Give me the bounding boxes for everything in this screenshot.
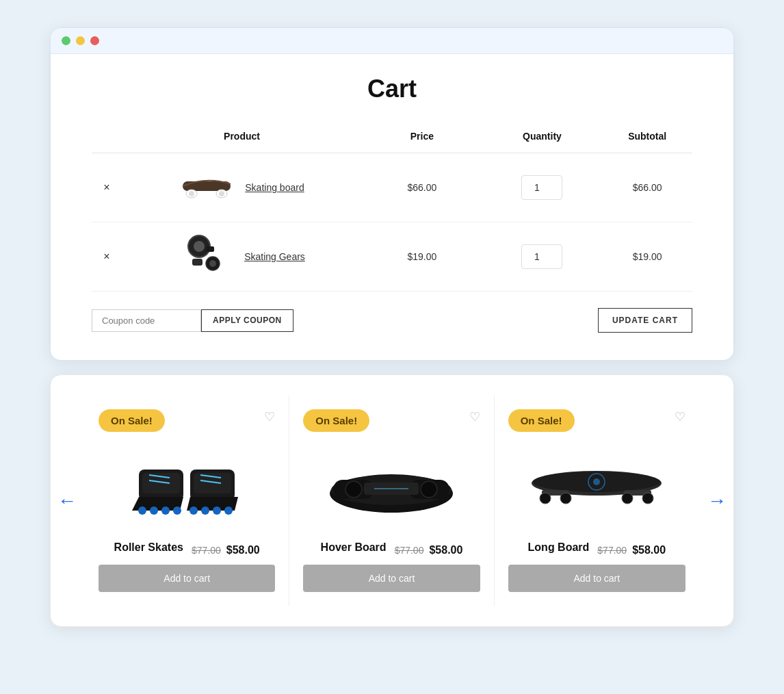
cart-row: × Skating board $66.00 $66.00 (92, 153, 692, 222)
svg-rect-10 (206, 246, 214, 252)
products-grid: On Sale! ♡ (85, 396, 699, 606)
product-card-name: Long Board (528, 541, 590, 554)
svg-point-23 (190, 506, 198, 515)
coupon-input[interactable] (92, 309, 201, 332)
add-to-cart-button[interactable]: Add to cart (99, 565, 275, 592)
wishlist-button[interactable]: ♡ (469, 409, 480, 424)
carousel-next-button[interactable]: → (707, 490, 727, 512)
dot-green (62, 36, 70, 45)
svg-point-2 (189, 191, 194, 196)
dot-red (90, 36, 99, 45)
old-price: $77.00 (192, 545, 221, 556)
wishlist-button[interactable]: ♡ (264, 409, 275, 424)
dot-yellow (76, 36, 85, 45)
remove-item-button[interactable]: × (98, 179, 115, 196)
product-card-image (118, 446, 255, 528)
svg-point-43 (622, 493, 633, 504)
svg-point-41 (540, 493, 551, 504)
product-card: On Sale! ♡ Long Board $77.00 $5 (495, 396, 699, 606)
add-to-cart-button[interactable]: Add to cart (508, 565, 685, 592)
wishlist-button[interactable]: ♡ (675, 409, 685, 424)
svg-point-24 (201, 506, 209, 515)
svg-rect-9 (192, 259, 202, 266)
product-card-image (528, 446, 665, 528)
svg-point-6 (194, 241, 205, 252)
cart-table: Product Price Quantity Subtotal × (92, 124, 692, 292)
product-card-name: Roller Skates (114, 541, 183, 554)
remove-item-button[interactable]: × (98, 248, 115, 266)
new-price: $58.00 (226, 544, 260, 556)
svg-point-16 (150, 506, 158, 515)
svg-point-26 (224, 506, 233, 515)
svg-point-31 (345, 481, 362, 498)
product-card-name: Hover Board (321, 541, 387, 554)
svg-point-18 (173, 506, 181, 515)
col-qty-header: Quantity (482, 124, 603, 153)
product-card-prices: $77.00 $58.00 (192, 544, 260, 556)
old-price: $77.00 (597, 545, 627, 556)
sale-badge: On Sale! (99, 409, 165, 432)
col-product-header: Product (122, 124, 362, 153)
carousel-section: ← → On Sale! ♡ (50, 374, 734, 627)
new-price: $58.00 (632, 544, 666, 556)
old-price: $77.00 (395, 545, 424, 556)
product-card-prices: $77.00 $58.00 (395, 544, 463, 556)
product-subtotal: $66.00 (602, 153, 692, 222)
product-price: $19.00 (362, 222, 482, 292)
carousel-prev-button[interactable]: ← (57, 490, 77, 512)
cart-title: Cart (92, 75, 692, 103)
product-image (179, 236, 233, 277)
quantity-input[interactable] (521, 244, 562, 269)
svg-point-25 (213, 506, 221, 515)
browser-titlebar (51, 28, 733, 54)
cart-actions: APPLY COUPON UPDATE CART (92, 308, 692, 333)
new-price: $58.00 (429, 544, 462, 556)
product-image (179, 167, 234, 208)
product-card-image (323, 446, 460, 528)
coupon-section: APPLY COUPON (92, 309, 293, 332)
browser-window: Cart Product Price Quantity Subtotal × (50, 27, 734, 361)
quantity-input[interactable] (521, 175, 562, 200)
page-wrapper: Cart Product Price Quantity Subtotal × (50, 27, 734, 627)
add-to-cart-button[interactable]: Add to cart (303, 565, 480, 592)
sale-badge: On Sale! (508, 409, 575, 432)
svg-point-4 (219, 191, 224, 196)
product-card: On Sale! ♡ (85, 396, 289, 606)
col-price-header: Price (362, 124, 482, 153)
svg-point-8 (209, 260, 216, 267)
apply-coupon-button[interactable]: APPLY COUPON (201, 309, 293, 332)
svg-point-17 (161, 506, 170, 515)
svg-point-15 (138, 506, 146, 515)
product-card-prices: $77.00 $58.00 (597, 544, 666, 556)
product-link[interactable]: Skating board (245, 182, 304, 193)
svg-point-38 (593, 478, 600, 485)
product-link[interactable]: Skating Gears (244, 251, 305, 262)
cart-row: × Skating Gears $19.00 $19.00 (92, 222, 692, 292)
cart-area: Cart Product Price Quantity Subtotal × (51, 54, 733, 360)
col-subtotal-header: Subtotal (602, 124, 692, 153)
product-subtotal: $19.00 (602, 222, 692, 292)
svg-point-32 (421, 481, 437, 498)
sale-badge: On Sale! (303, 409, 369, 432)
svg-point-44 (642, 493, 653, 504)
product-price: $66.00 (362, 153, 482, 222)
svg-point-42 (560, 493, 571, 504)
product-card: On Sale! ♡ Hover Board $77.00 $58.00 Add… (289, 396, 494, 606)
update-cart-button[interactable]: UPDATE CART (598, 308, 692, 333)
